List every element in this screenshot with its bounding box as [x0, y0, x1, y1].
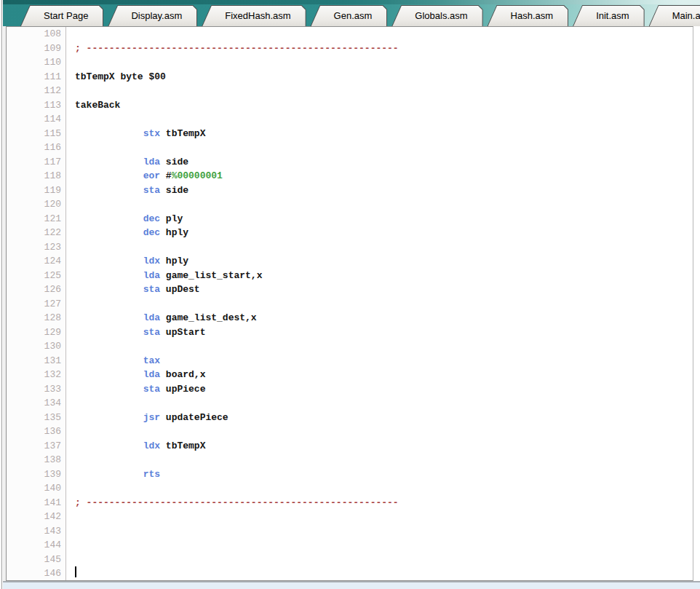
code-line-111[interactable]: 111tbTempX byte $00: [7, 70, 693, 84]
code-line-133[interactable]: 133 sta upPiece: [7, 382, 693, 397]
code-line-108[interactable]: 108: [7, 27, 693, 41]
line-number: 144: [7, 538, 66, 553]
code-line-145[interactable]: 145: [7, 553, 693, 567]
code-text: ; --------------------------------------…: [66, 41, 693, 56]
line-number: 146: [7, 566, 66, 581]
code-text: lda side: [66, 155, 693, 170]
code-line-123[interactable]: 123: [7, 240, 693, 255]
tab-label: Hash.asm: [488, 6, 568, 26]
line-number: 120: [7, 197, 66, 212]
code-line-135[interactable]: 135 jsr updatePiece: [7, 411, 693, 425]
code-line-125[interactable]: 125 lda game_list_start,x: [7, 269, 693, 283]
code-line-113[interactable]: 113takeBack: [7, 98, 693, 113]
text-caret: [75, 566, 76, 577]
left-splitter[interactable]: [0, 0, 2, 589]
code-line-122[interactable]: 122 dec hply: [7, 226, 693, 240]
code-line-120[interactable]: 120: [7, 197, 693, 212]
code-text: lda game_list_start,x: [66, 269, 693, 283]
code-editor[interactable]: 108109; --------------------------------…: [6, 26, 693, 581]
ide-window: Start PageDisplay.asmFixedHash.asmGen.as…: [0, 0, 700, 589]
tab-label: FixedHash.asm: [202, 6, 305, 26]
code-line-144[interactable]: 144: [7, 538, 693, 553]
code-line-137[interactable]: 137 ldx tbTempX: [7, 439, 693, 454]
code-line-139[interactable]: 139 rts: [7, 467, 693, 482]
code-text: [66, 553, 693, 567]
vertical-scrollbar-track[interactable]: [693, 26, 700, 581]
code-text: [66, 197, 693, 212]
code-line-117[interactable]: 117 lda side: [7, 155, 693, 170]
line-number: 127: [7, 297, 66, 312]
code-text: sta side: [66, 183, 693, 198]
code-line-130[interactable]: 130: [7, 339, 693, 354]
tab-start-page[interactable]: Start Page: [20, 5, 103, 26]
horizontal-scrollbar-track[interactable]: [3, 581, 700, 589]
code-line-140[interactable]: 140: [7, 481, 693, 496]
code-line-109[interactable]: 109; -----------------------------------…: [7, 41, 693, 56]
tab-display-asm[interactable]: Display.asm: [108, 5, 197, 26]
code-text: ldx tbTempX: [66, 439, 693, 454]
code-text: [66, 424, 693, 439]
tab-init-asm[interactable]: Init.asm: [573, 5, 645, 26]
line-number: 129: [7, 325, 66, 340]
line-number: 131: [7, 354, 66, 368]
code-line-124[interactable]: 124 ldx hply: [7, 254, 693, 269]
code-line-143[interactable]: 143: [7, 524, 693, 539]
line-number: 112: [7, 84, 66, 98]
code-line-146[interactable]: 146: [7, 566, 693, 581]
tab-label: Display.asm: [108, 6, 196, 26]
code-line-131[interactable]: 131 tax: [7, 354, 693, 368]
tab-label: Main.asm: [650, 6, 700, 26]
editor-tab-bar: Start PageDisplay.asmFixedHash.asmGen.as…: [3, 0, 700, 26]
code-line-138[interactable]: 138: [7, 453, 693, 467]
code-line-115[interactable]: 115 stx tbTempX: [7, 127, 693, 141]
code-line-142[interactable]: 142: [7, 510, 693, 524]
line-number: 115: [7, 127, 66, 141]
line-number: 138: [7, 453, 66, 467]
code-line-129[interactable]: 129 sta upStart: [7, 325, 693, 340]
code-text: lda board,x: [66, 368, 693, 382]
code-text: [66, 538, 693, 553]
code-line-110[interactable]: 110: [7, 55, 693, 70]
code-text: lda game_list_dest,x: [66, 311, 693, 325]
line-number: 108: [7, 27, 66, 41]
code-text: [66, 112, 693, 127]
code-line-126[interactable]: 126 sta upDest: [7, 282, 693, 297]
tab-hash-asm[interactable]: Hash.asm: [488, 5, 569, 26]
tab-gen-asm[interactable]: Gen.asm: [311, 5, 388, 26]
code-line-118[interactable]: 118 eor #%00000001: [7, 169, 693, 183]
code-line-119[interactable]: 119 sta side: [7, 183, 693, 198]
code-text: rts: [66, 467, 693, 482]
code-text: stx tbTempX: [66, 127, 693, 141]
tab-main-asm[interactable]: Main.asm: [649, 5, 700, 26]
tabs-row: Start PageDisplay.asmFixedHash.asmGen.as…: [20, 5, 700, 26]
code-line-114[interactable]: 114: [7, 112, 693, 127]
code-line-134[interactable]: 134: [7, 396, 693, 411]
line-number: 122: [7, 226, 66, 240]
code-line-112[interactable]: 112: [7, 84, 693, 98]
code-line-128[interactable]: 128 lda game_list_dest,x: [7, 311, 693, 325]
code-text: ; --------------------------------------…: [66, 496, 693, 510]
code-line-116[interactable]: 116: [7, 141, 693, 155]
line-number: 132: [7, 368, 66, 382]
code-line-136[interactable]: 136: [7, 424, 693, 439]
code-line-127[interactable]: 127: [7, 297, 693, 312]
code-line-141[interactable]: 141; -----------------------------------…: [7, 496, 693, 510]
line-number: 143: [7, 524, 66, 539]
code-text: [66, 297, 693, 312]
tab-fixedhash-asm[interactable]: FixedHash.asm: [202, 5, 306, 26]
code-text: [66, 481, 693, 496]
line-number: 123: [7, 240, 66, 255]
code-text: [66, 510, 693, 524]
line-number: 118: [7, 169, 66, 183]
code-text: dec hply: [66, 226, 693, 240]
code-line-132[interactable]: 132 lda board,x: [7, 368, 693, 382]
tab-label: Init.asm: [573, 6, 644, 26]
tab-globals-asm[interactable]: Globals.asm: [391, 5, 482, 26]
line-number: 133: [7, 382, 66, 397]
line-number: 140: [7, 481, 66, 496]
line-number: 136: [7, 424, 66, 439]
line-number: 130: [7, 339, 66, 354]
code-text: [66, 396, 693, 411]
code-line-121[interactable]: 121 dec ply: [7, 212, 693, 226]
code-text: tbTempX byte $00: [66, 70, 693, 84]
